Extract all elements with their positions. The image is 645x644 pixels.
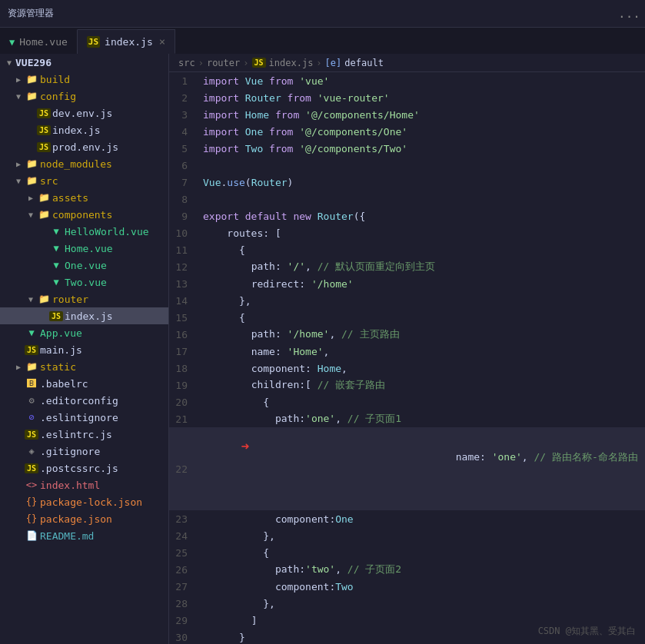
sidebar-root[interactable]: ▼ VUE296 <box>0 54 168 71</box>
assets-arrow: ▶ <box>25 194 37 202</box>
code-content-21: path:'one', // 子页面1 <box>200 410 645 427</box>
sidebar-item-two-vue[interactable]: ▼ Two.vue <box>0 274 168 290</box>
sidebar-item-babelrc[interactable]: 🅱 .babelrc <box>0 375 168 392</box>
router-folder-icon: 📁 <box>37 294 51 304</box>
line-num-6: 6 <box>169 157 200 174</box>
code-content-27: component:Two <box>200 578 645 595</box>
code-line-16: 16 path: '/home', // 主页路由 <box>169 326 645 343</box>
code-content-23: component:One <box>200 510 645 527</box>
watermark: CSDN @知其黑、受其白 <box>538 625 636 638</box>
sidebar-item-assets[interactable]: ▶ 📁 assets <box>0 189 168 206</box>
node-modules-label: node_modules <box>40 158 112 170</box>
package-json-label: package.json <box>40 513 112 525</box>
code-content-28: }, <box>200 595 645 612</box>
code-content-5: import Two from '@/components/Two' <box>200 140 645 157</box>
code-line-17: 17 name: 'Home', <box>169 343 645 360</box>
vue-file-icon1: ▼ <box>49 226 63 237</box>
panel-menu-button[interactable]: ... <box>613 6 645 21</box>
md-icon: 📄 <box>25 530 38 541</box>
sidebar-item-postcssrc[interactable]: JS .postcssrc.js <box>0 460 168 476</box>
code-line-9: 9 export default new Router({ <box>169 207 645 224</box>
sidebar-item-index-js-config[interactable]: JS index.js <box>0 121 168 138</box>
line-num-18: 18 <box>169 360 200 377</box>
code-line-7: 7 Vue.use(Router) <box>169 174 645 191</box>
assets-label: assets <box>52 192 88 204</box>
code-line-10: 10 routes: [ <box>169 224 645 241</box>
home-vue-label: Home.vue <box>65 243 113 254</box>
sidebar-item-gitignore[interactable]: ◈ .gitignore <box>0 443 168 460</box>
code-content-2: import Router from 'vue-router' <box>200 89 645 106</box>
code-line-3: 3 import Home from '@/components/Home' <box>169 106 645 123</box>
line-num-26: 26 <box>169 561 200 578</box>
line-num-15: 15 <box>169 309 200 326</box>
code-editor[interactable]: 1 import Vue from 'vue' 2 import Router … <box>169 72 645 644</box>
static-label: static <box>40 361 76 373</box>
build-label: build <box>40 74 70 85</box>
sidebar-item-router[interactable]: ▼ 📁 router <box>0 290 168 307</box>
readme-label: README.md <box>40 530 94 542</box>
vue-file-icon4: ▼ <box>49 277 63 287</box>
line-num-7: 7 <box>169 174 200 191</box>
sidebar-item-index-html[interactable]: <> index.html <box>0 476 168 493</box>
sidebar-item-node-modules[interactable]: ▶ 📁 node_modules <box>0 155 168 172</box>
vue-file-icon5: ▼ <box>25 327 38 338</box>
breadcrumb-default: default <box>344 58 384 68</box>
code-line-24: 24 }, <box>169 527 645 544</box>
babelrc-label: .babelrc <box>40 378 88 390</box>
sidebar-item-eslintrc[interactable]: JS .eslintrc.js <box>0 426 168 443</box>
sidebar-item-package-json[interactable]: {} package.json <box>0 510 168 527</box>
code-line-13: 13 redirect: '/home' <box>169 275 645 292</box>
sidebar-item-one-vue[interactable]: ▼ One.vue <box>0 257 168 274</box>
eslintrc-label: .eslintrc.js <box>40 429 112 440</box>
code-line-23: 23 component:One <box>169 510 645 527</box>
code-content-22: name: 'one', // 路由名称-命名路由 ➜ <box>200 427 645 510</box>
html-icon: <> <box>25 480 38 490</box>
sidebar-item-index-js-router[interactable]: JS index.js <box>0 307 168 324</box>
sidebar-item-app-vue[interactable]: ▼ App.vue <box>0 324 168 341</box>
sidebar-item-package-lock[interactable]: {} package-lock.json <box>0 493 168 510</box>
js-icon: JS <box>87 36 100 48</box>
babelrc-icon: 🅱 <box>25 378 38 389</box>
sidebar-item-config[interactable]: ▼ 📁 config <box>0 88 168 105</box>
static-arrow: ▶ <box>12 363 25 371</box>
sidebar-item-src[interactable]: ▼ 📁 src <box>0 172 168 189</box>
sidebar-item-home-vue[interactable]: ▼ Home.vue <box>0 240 168 257</box>
main-area: ▼ VUE296 ▶ 📁 build ▼ 📁 config JS dev.env… <box>0 54 645 644</box>
prod-env-label: prod.env.js <box>52 141 118 153</box>
code-content-24: }, <box>200 527 645 544</box>
sidebar-item-static[interactable]: ▶ 📁 static <box>0 358 168 375</box>
code-line-2: 2 import Router from 'vue-router' <box>169 89 645 106</box>
code-content-6 <box>200 157 645 174</box>
line-num-2: 2 <box>169 89 200 106</box>
code-line-21: 21 path:'one', // 子页面1 <box>169 410 645 427</box>
code-content-17: name: 'Home', <box>200 343 645 360</box>
sidebar-item-build[interactable]: ▶ 📁 build <box>0 71 168 88</box>
tab-close-button[interactable]: × <box>159 35 165 48</box>
code-table: 1 import Vue from 'vue' 2 import Router … <box>169 72 645 644</box>
code-line-27: 27 component:Two <box>169 578 645 595</box>
code-line-22: 22 name: 'one', // 路由名称-命名路由 ➜ <box>169 427 645 510</box>
src-label: src <box>40 175 58 187</box>
code-line-4: 4 import One from '@/components/One' <box>169 123 645 140</box>
root-arrow: ▼ <box>3 58 15 67</box>
sidebar-item-dev-env[interactable]: JS dev.env.js <box>0 105 168 121</box>
sidebar-item-readme[interactable]: 📄 README.md <box>0 527 168 544</box>
line-num-27: 27 <box>169 578 200 595</box>
red-arrow-annotation: ➜ <box>241 440 250 453</box>
tab-home-vue[interactable]: ▼ Home.vue <box>0 29 78 54</box>
sidebar-item-main-js[interactable]: JS main.js <box>0 341 168 358</box>
line-num-4: 4 <box>169 123 200 140</box>
sidebar-item-eslintignore[interactable]: ⊘ .eslintignore <box>0 409 168 426</box>
tab-index-js[interactable]: JS index.js × <box>78 29 175 54</box>
editorconfig-label: .editorconfig <box>40 395 118 407</box>
sidebar-item-helloworld[interactable]: ▼ HelloWorld.vue <box>0 223 168 240</box>
json-icon2: {} <box>25 513 38 524</box>
router-label: router <box>52 294 88 305</box>
package-lock-label: package-lock.json <box>40 496 142 508</box>
code-content-4: import One from '@/components/One' <box>200 123 645 140</box>
sidebar-item-editorconfig[interactable]: ⚙ .editorconfig <box>0 392 168 409</box>
line-num-3: 3 <box>169 106 200 123</box>
sidebar-item-prod-env[interactable]: JS prod.env.js <box>0 138 168 155</box>
sidebar-item-components[interactable]: ▼ 📁 components <box>0 206 168 223</box>
tab-label-home-vue: Home.vue <box>19 36 68 48</box>
